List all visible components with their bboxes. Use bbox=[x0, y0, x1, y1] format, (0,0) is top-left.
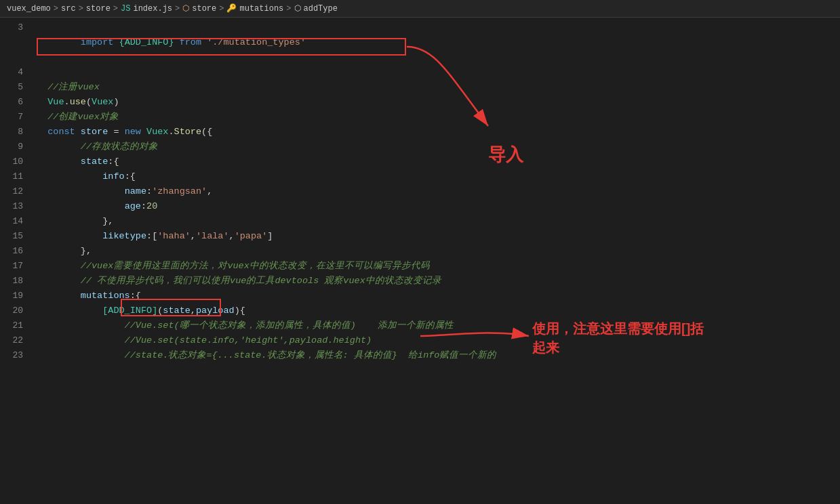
line-content-3: import {ADD_INFO} from './mutation_types… bbox=[34, 20, 840, 65]
breadcrumb-item: mutations bbox=[239, 4, 283, 14]
code-line-4: 4 bbox=[0, 65, 840, 80]
code-line-9: 9 //存放状态的对象 bbox=[0, 140, 840, 154]
breadcrumb-item: ⬡ bbox=[182, 3, 189, 14]
line-num-23: 23 bbox=[0, 348, 34, 363]
line-num-3: 3 bbox=[0, 20, 34, 35]
line-content-17: //vuex需要使用这里面的方法，对vuex中的状态改变，在这里不可以编写异步代… bbox=[34, 259, 840, 274]
line-num-4: 4 bbox=[0, 65, 34, 80]
line-num-19: 19 bbox=[0, 289, 34, 303]
code-line-21: 21 //Vue.set(哪一个状态对象，添加的属性，具体的值) 添加一个新的属… bbox=[0, 318, 840, 333]
code-line-8: 8 const store = new Vuex.Store({ bbox=[0, 125, 840, 140]
code-line-6: 6 Vue.use(Vuex) bbox=[0, 95, 840, 110]
line-content-19: mutations:{ bbox=[34, 289, 840, 303]
line-content-8: const store = new Vuex.Store({ bbox=[34, 125, 840, 140]
code-line-20: 20 [ADD_INFO](state,payload){ bbox=[0, 303, 840, 318]
line-num-8: 8 bbox=[0, 125, 34, 140]
breadcrumb-item: src bbox=[61, 4, 76, 14]
line-content-23: //state.状态对象={...state.状态对象，属性名: 具体的值} 给… bbox=[34, 348, 840, 363]
line-num-11: 11 bbox=[0, 169, 34, 184]
line-num-9: 9 bbox=[0, 140, 34, 154]
line-content-22: //Vue.set(state.info,'height',payload.he… bbox=[34, 333, 840, 348]
breadcrumb-sep: > bbox=[175, 4, 180, 14]
line-num-10: 10 bbox=[0, 154, 34, 169]
code-line-17: 17 //vuex需要使用这里面的方法，对vuex中的状态改变，在这里不可以编写… bbox=[0, 259, 840, 274]
line-num-18: 18 bbox=[0, 274, 34, 289]
code-line-19: 19 mutations:{ bbox=[0, 289, 840, 303]
line-content-9: //存放状态的对象 bbox=[34, 140, 840, 154]
breadcrumb-item: store bbox=[86, 4, 111, 14]
code-line-14: 14 }, bbox=[0, 214, 840, 229]
breadcrumb-sep: > bbox=[219, 4, 224, 14]
breadcrumb-item: JS bbox=[121, 4, 130, 14]
code-line-7: 7 //创建vuex对象 bbox=[0, 110, 840, 125]
line-num-5: 5 bbox=[0, 80, 34, 95]
breadcrumb-item: ⬡ bbox=[294, 3, 301, 14]
breadcrumb-sep: > bbox=[79, 4, 83, 14]
code-line-15: 15 liketype:['haha','lala','papa'] bbox=[0, 229, 840, 244]
code-line-5: 5 //注册vuex bbox=[0, 80, 840, 95]
code-line-23: 23 //state.状态对象={...state.状态对象，属性名: 具体的值… bbox=[0, 348, 840, 363]
code-editor: 3 import {ADD_INFO} from './mutation_typ… bbox=[0, 18, 840, 504]
code-line-22: 22 //Vue.set(state.info,'height',payload… bbox=[0, 333, 840, 348]
line-num-15: 15 bbox=[0, 229, 34, 244]
line-content-20: [ADD_INFO](state,payload){ bbox=[34, 303, 840, 318]
line-num-20: 20 bbox=[0, 303, 34, 318]
code-line-11: 11 info:{ bbox=[0, 169, 840, 184]
line-num-6: 6 bbox=[0, 95, 34, 110]
line-content-18: // 不使用异步代码，我们可以使用vue的工具devtools 观察vuex中的… bbox=[34, 274, 840, 289]
breadcrumb-sep: > bbox=[54, 4, 58, 14]
breadcrumb-item: 🔑 bbox=[226, 3, 237, 14]
line-content-21: //Vue.set(哪一个状态对象，添加的属性，具体的值) 添加一个新的属性 bbox=[34, 318, 840, 333]
code-line-16: 16 }, bbox=[0, 244, 840, 259]
breadcrumb-sep: > bbox=[286, 4, 291, 14]
line-num-22: 22 bbox=[0, 333, 34, 348]
line-num-12: 12 bbox=[0, 184, 34, 199]
line-content-10: state:{ bbox=[34, 154, 840, 169]
line-content-7: //创建vuex对象 bbox=[34, 110, 840, 125]
breadcrumb-sep: > bbox=[113, 4, 118, 14]
line-content-11: info:{ bbox=[34, 169, 840, 184]
line-content-13: age:20 bbox=[34, 199, 840, 214]
line-num-17: 17 bbox=[0, 259, 34, 274]
line-num-14: 14 bbox=[0, 214, 34, 229]
line-content-12: name:'zhangsan', bbox=[34, 184, 840, 199]
line-num-16: 16 bbox=[0, 244, 34, 259]
code-line-3: 3 import {ADD_INFO} from './mutation_typ… bbox=[0, 20, 840, 65]
code-line-12: 12 name:'zhangsan', bbox=[0, 184, 840, 199]
breadcrumb: vuex_demo > src > store > JS index.js > … bbox=[0, 0, 840, 18]
line-content-16: }, bbox=[34, 244, 840, 259]
code-line-18: 18 // 不使用异步代码，我们可以使用vue的工具devtools 观察vue… bbox=[0, 274, 840, 289]
line-content-5: //注册vuex bbox=[34, 80, 840, 95]
line-num-13: 13 bbox=[0, 199, 34, 214]
breadcrumb-item: addType bbox=[304, 4, 338, 14]
line-content-6: Vue.use(Vuex) bbox=[34, 95, 840, 110]
line-num-7: 7 bbox=[0, 110, 34, 125]
breadcrumb-item: vuex_demo bbox=[7, 4, 51, 14]
code-line-10: 10 state:{ bbox=[0, 154, 840, 169]
breadcrumb-item: store bbox=[192, 4, 216, 14]
line-content-14: }, bbox=[34, 214, 840, 229]
line-num-21: 21 bbox=[0, 318, 34, 333]
line-content-15: liketype:['haha','lala','papa'] bbox=[34, 229, 840, 244]
line-content-4 bbox=[34, 65, 840, 80]
breadcrumb-item: index.js bbox=[133, 4, 172, 14]
code-line-13: 13 age:20 bbox=[0, 199, 840, 214]
